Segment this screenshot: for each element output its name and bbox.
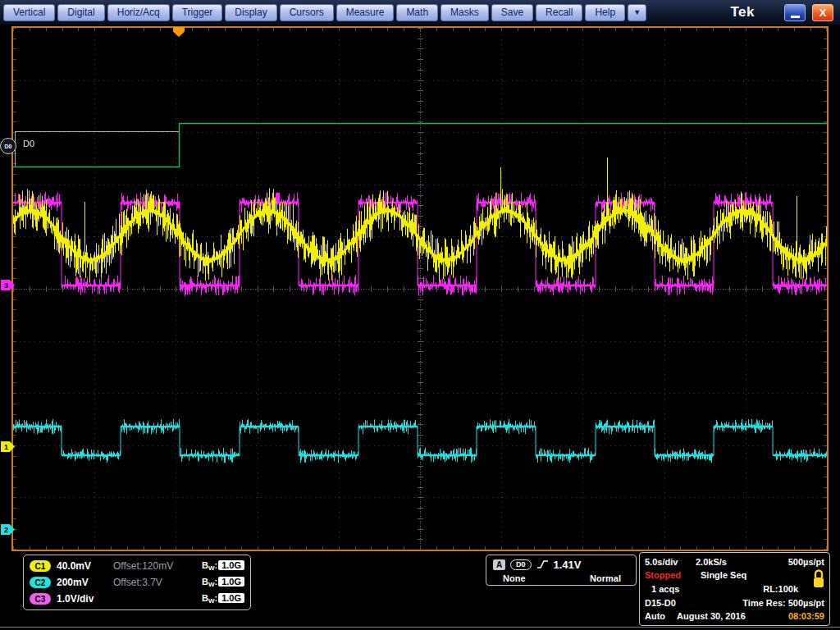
- channel-2-bandwidth: BW:1.0G: [202, 577, 244, 588]
- acquisition-count: 1 acqs: [651, 584, 679, 594]
- menu-button-save[interactable]: Save: [491, 4, 533, 21]
- trigger-holdoff: None: [503, 573, 526, 583]
- channel-2-scale: 200mV: [57, 577, 107, 588]
- date-row: Auto August 30, 2016 08:03:59: [645, 609, 824, 623]
- menu-button-digital[interactable]: Digital: [57, 4, 104, 21]
- date-label: August 30, 2016: [677, 611, 746, 621]
- minimize-icon: [791, 16, 800, 18]
- menu-button-vertical[interactable]: Vertical: [3, 4, 55, 21]
- channel-3-readout[interactable]: C3 1.0V/div BW:1.0G: [30, 591, 244, 606]
- acquisition-status: Stopped: [645, 570, 701, 580]
- channel-2-badge[interactable]: C2: [30, 577, 51, 588]
- trigger-level: 1.41V: [554, 559, 582, 571]
- menu-button-masks[interactable]: Masks: [441, 4, 489, 21]
- waveform-canvas: [13, 28, 827, 550]
- menu-button-math[interactable]: Math: [396, 4, 438, 21]
- close-button[interactable]: X: [812, 4, 833, 21]
- readout-bar: C1 40.0mV Offset:120mV BW:1.0G C2 200mV …: [0, 551, 840, 630]
- channel-1-offset: Offset:120mV: [113, 560, 196, 572]
- channel-3-scale: 1.0V/div: [57, 593, 107, 605]
- graticule-area: D0 3 1 2 D0: [13, 28, 827, 550]
- menu-button-help[interactable]: Help: [585, 4, 625, 21]
- acquisition-mode: Single Seq: [701, 570, 746, 580]
- time-per-point: 500µs/pt: [788, 557, 824, 567]
- trigger-readout-box[interactable]: A D0 1.41V None Normal: [486, 555, 637, 586]
- menu-button-cursors[interactable]: Cursors: [280, 4, 334, 21]
- acq-count-row: 1 acqs RL:100k: [645, 582, 824, 596]
- acquisition-readout-box: 5.0s/div 2.0kS/s 500µs/pt Stopped Single…: [639, 552, 830, 626]
- menu-button-display[interactable]: Display: [225, 4, 276, 21]
- display-frame: D0 3 1 2 D0: [11, 26, 829, 551]
- channel-readout-box: C1 40.0mV Offset:120mV BW:1.0G C2 200mV …: [23, 555, 251, 610]
- sample-rate: 2.0kS/s: [696, 557, 727, 567]
- channel-marker-d0[interactable]: D0: [0, 138, 16, 154]
- clock-label: 08:03:59: [788, 611, 824, 621]
- trigger-source-badge: D0: [510, 559, 532, 570]
- tek-logo: Tek: [730, 4, 755, 21]
- menu-button-horiz-acq[interactable]: Horiz/Acq: [107, 4, 170, 21]
- channel-2-readout[interactable]: C2 200mV Offset:3.7V BW:1.0G: [30, 575, 244, 590]
- acq-status-row: Stopped Single Seq: [645, 569, 824, 582]
- timebase-row: 5.0s/div 2.0kS/s 500µs/pt: [645, 555, 824, 568]
- menu-button-trigger[interactable]: Trigger: [172, 4, 223, 21]
- trigger-bus-badge: A: [493, 559, 505, 570]
- trigger-mode-label: Auto: [645, 611, 665, 621]
- menu-button-measure[interactable]: Measure: [336, 4, 395, 21]
- time-resolution: Time Res: 500µs/pt: [742, 598, 824, 608]
- channel-3-badge[interactable]: C3: [30, 593, 51, 605]
- menu-button-recall[interactable]: Recall: [536, 4, 582, 21]
- lock-icon[interactable]: [812, 568, 825, 590]
- channel-2-offset: Offset:3.7V: [113, 577, 196, 588]
- bottom-divider: [0, 627, 840, 628]
- digital-bus-range: D15-D0: [645, 598, 676, 608]
- timebase-scale: 5.0s/div: [645, 557, 696, 567]
- channel-1-badge[interactable]: C1: [30, 560, 51, 572]
- channel-1-bandwidth: BW:1.0G: [202, 560, 244, 572]
- menu-dropdown-button[interactable]: ▼: [628, 4, 646, 21]
- menu-bar: Vertical Digital Horiz/Acq Trigger Displ…: [0, 0, 840, 25]
- rising-edge-icon: [536, 559, 549, 570]
- digital-row: D15-D0 Time Res: 500µs/pt: [645, 596, 824, 609]
- minimize-button[interactable]: [784, 4, 806, 21]
- channel-1-readout[interactable]: C1 40.0mV Offset:120mV BW:1.0G: [30, 559, 244, 573]
- channel-3-bandwidth: BW:1.0G: [202, 593, 244, 605]
- record-length: RL:100k: [763, 584, 798, 594]
- channel-1-scale: 40.0mV: [57, 560, 107, 572]
- d0-trace-label: D0: [23, 139, 34, 148]
- trigger-mode: Normal: [590, 573, 621, 583]
